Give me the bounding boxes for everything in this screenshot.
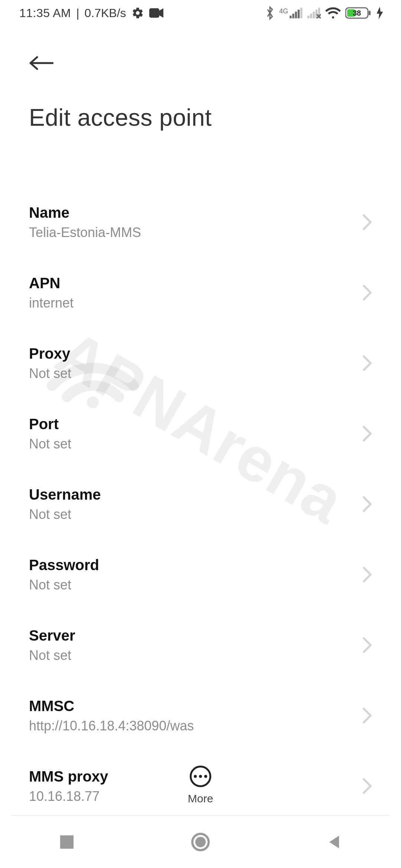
setting-label: Port <box>29 416 71 433</box>
setting-value: Not set <box>29 436 71 452</box>
more-icon <box>190 766 211 787</box>
status-separator: | <box>76 6 79 20</box>
bluetooth-icon <box>265 6 275 20</box>
setting-value: Not set <box>29 366 71 381</box>
signal-sim2-icon <box>307 7 321 19</box>
setting-label: Proxy <box>29 345 71 362</box>
svg-rect-7 <box>307 16 309 18</box>
chevron-right-icon <box>362 214 372 230</box>
triangle-left-icon <box>326 834 342 850</box>
svg-rect-8 <box>310 14 312 19</box>
svg-rect-3 <box>292 14 294 19</box>
setting-value: Telia-Estonia-MMS <box>29 225 141 240</box>
nav-back[interactable] <box>297 834 371 850</box>
setting-row-apn[interactable]: APN internet <box>29 257 372 328</box>
chevron-right-icon <box>362 496 372 512</box>
arrow-left-icon <box>29 56 53 70</box>
setting-label: Username <box>29 486 101 503</box>
more-label: More <box>188 792 213 805</box>
svg-rect-1 <box>149 8 159 17</box>
setting-label: APN <box>29 275 74 292</box>
setting-label: Server <box>29 627 75 644</box>
nav-recent-apps[interactable] <box>30 834 104 850</box>
back-button[interactable] <box>29 48 59 78</box>
status-data-rate: 0.7KB/s <box>85 6 126 20</box>
signal-sim1-icon <box>290 7 303 19</box>
circle-icon <box>191 832 210 852</box>
svg-rect-2 <box>290 16 291 18</box>
setting-label: MMSC <box>29 698 194 714</box>
system-navigation-bar <box>0 816 401 868</box>
setting-row-port[interactable]: Port Not set <box>29 398 372 469</box>
setting-row-name[interactable]: Name Telia-Estonia-MMS <box>29 187 372 257</box>
chevron-right-icon <box>362 637 372 653</box>
status-time: 11:35 AM <box>19 6 71 20</box>
chevron-right-icon <box>362 566 372 583</box>
setting-row-proxy[interactable]: Proxy Not set <box>29 328 372 398</box>
charging-icon <box>376 7 383 19</box>
nav-home[interactable] <box>163 832 238 852</box>
chevron-right-icon <box>362 707 372 724</box>
chevron-right-icon <box>362 425 372 442</box>
setting-value: http://10.16.18.4:38090/was <box>29 718 194 734</box>
setting-row-mmsc[interactable]: MMSC http://10.16.18.4:38090/was <box>29 680 372 751</box>
setting-value: Not set <box>29 507 101 522</box>
setting-value: Not set <box>29 648 75 663</box>
wifi-icon <box>325 7 341 19</box>
svg-rect-9 <box>313 11 314 18</box>
chevron-right-icon <box>362 285 372 301</box>
svg-point-18 <box>195 837 206 847</box>
status-bar: 11:35 AM | 0.7KB/s 4G 38 <box>0 0 401 26</box>
setting-row-password[interactable]: Password Not set <box>29 539 372 610</box>
settings-list: Name Telia-Estonia-MMS APN internet Prox… <box>0 187 401 803</box>
square-icon <box>59 834 75 850</box>
chevron-right-icon <box>362 355 372 371</box>
page-title: Edit access point <box>29 104 372 131</box>
camera-icon <box>149 8 163 18</box>
svg-rect-4 <box>295 11 297 18</box>
svg-rect-14 <box>369 11 371 15</box>
battery-icon: 38 <box>345 7 372 19</box>
setting-label: Password <box>29 557 99 573</box>
setting-value: Not set <box>29 577 99 593</box>
svg-text:38: 38 <box>353 9 361 17</box>
setting-row-server[interactable]: Server Not set <box>29 610 372 680</box>
setting-value: internet <box>29 295 74 311</box>
setting-row-username[interactable]: Username Not set <box>29 469 372 539</box>
svg-rect-16 <box>60 835 74 849</box>
more-button[interactable]: More <box>0 766 401 805</box>
network-type-badge: 4G <box>279 7 288 15</box>
svg-rect-6 <box>300 8 302 19</box>
gear-icon <box>131 7 144 19</box>
svg-rect-5 <box>298 10 300 18</box>
setting-label: Name <box>29 204 141 221</box>
